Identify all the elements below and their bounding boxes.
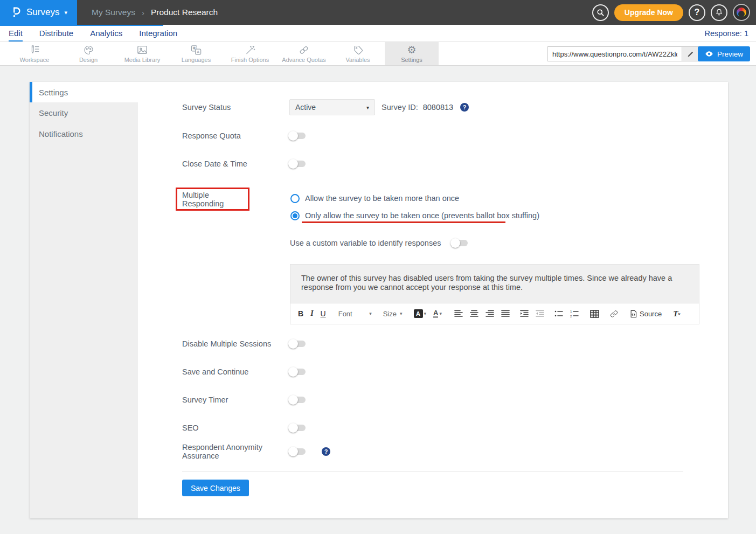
survey-id-value: 8080813 xyxy=(423,103,453,112)
radio-only-once[interactable] xyxy=(290,211,300,220)
tab-distribute[interactable]: Distribute xyxy=(39,25,73,41)
close-date-row: Close Date & Time xyxy=(182,159,306,169)
disabled-message-editor: The owner of this survey has disabled us… xyxy=(290,264,699,324)
avatar[interactable] xyxy=(733,4,750,21)
translate-icon: ✱A xyxy=(190,44,202,56)
custom-variable-row: Use a custom variable to identify respon… xyxy=(290,238,468,248)
tool-languages[interactable]: ✱A Languages xyxy=(169,42,223,65)
source-button[interactable]: Source xyxy=(630,310,662,318)
tool-media-library[interactable]: Media Library xyxy=(115,42,169,65)
svg-text:1: 1 xyxy=(570,310,572,313)
size-dropdown[interactable]: Size▾ xyxy=(383,310,403,318)
response-quota-toggle[interactable] xyxy=(289,133,306,139)
svg-text:A: A xyxy=(197,49,200,54)
close-date-toggle[interactable] xyxy=(289,161,306,167)
align-justify-icon[interactable] xyxy=(501,310,510,317)
bullet-list-icon[interactable] xyxy=(554,310,563,317)
tab-edit[interactable]: Edit xyxy=(9,25,23,41)
sidebar-item-settings[interactable]: Settings xyxy=(30,82,138,102)
survey-nav: Edit Distribute Analytics Integration Re… xyxy=(0,25,756,42)
eye-icon xyxy=(705,51,713,57)
respondent-anonymity-help-icon[interactable]: ? xyxy=(322,447,330,456)
magic-wand-icon xyxy=(245,44,256,56)
respondent-anonymity-toggle[interactable] xyxy=(289,448,306,455)
image-icon xyxy=(136,44,148,56)
breadcrumb: My Surveys › Product Research xyxy=(92,8,218,17)
response-quota-label: Response Quota xyxy=(182,131,289,140)
response-quota-row: Response Quota xyxy=(182,131,306,141)
indent-increase-icon[interactable] xyxy=(520,310,529,317)
tool-settings[interactable]: ⚙ Settings xyxy=(385,42,439,65)
palette-icon xyxy=(83,44,94,56)
seo-toggle[interactable] xyxy=(289,425,306,431)
upgrade-now-button[interactable]: Upgrade Now xyxy=(614,4,683,21)
avatar-logo-icon xyxy=(737,8,746,17)
numbered-list-icon[interactable]: 12 xyxy=(570,310,579,317)
disable-multiple-sessions-toggle[interactable] xyxy=(289,341,306,347)
multiple-responding-label: Multiple Responding xyxy=(182,191,248,208)
bell-icon xyxy=(715,8,723,17)
tool-workspace[interactable]: Workspace xyxy=(8,42,61,65)
pencil-icon xyxy=(687,51,694,58)
align-center-icon[interactable] xyxy=(470,310,478,317)
align-right-icon[interactable] xyxy=(485,310,494,317)
remove-format-button[interactable]: Tx xyxy=(673,309,681,318)
survey-status-help-icon[interactable]: ? xyxy=(460,103,469,112)
link-icon[interactable] xyxy=(609,310,619,318)
breadcrumb-my-surveys[interactable]: My Surveys xyxy=(92,8,135,17)
breadcrumb-survey-name: Product Research xyxy=(151,8,218,17)
settings-sidebar: Settings Security Notifications xyxy=(30,82,138,518)
header-actions: Upgrade Now ? xyxy=(592,4,756,21)
tool-variables[interactable]: Variables xyxy=(331,42,385,65)
survey-timer-toggle[interactable] xyxy=(289,397,306,403)
respondent-anonymity-row: Respondent Anonymity Assurance ? xyxy=(182,447,330,456)
search-button[interactable] xyxy=(592,4,609,21)
svg-text:2: 2 xyxy=(570,315,572,318)
italic-button[interactable]: I xyxy=(310,309,313,318)
product-label: Surveys xyxy=(26,7,59,18)
disabled-message-text[interactable]: The owner of this survey has disabled us… xyxy=(290,265,699,303)
tool-design[interactable]: Design xyxy=(61,42,115,65)
underline-button[interactable]: U xyxy=(321,309,326,318)
edit-url-button[interactable] xyxy=(682,47,699,61)
tab-integration[interactable]: Integration xyxy=(139,25,177,41)
settings-panel: Settings Security Notifications Survey S… xyxy=(30,82,728,518)
tab-analytics[interactable]: Analytics xyxy=(90,25,122,41)
tool-finish-options[interactable]: Finish Options xyxy=(223,42,277,65)
survey-url-group xyxy=(547,46,699,61)
gear-icon: ⚙ xyxy=(407,44,416,56)
custom-variable-label: Use a custom variable to identify respon… xyxy=(290,239,441,247)
background-color-button[interactable]: A▾ xyxy=(414,309,427,318)
help-button[interactable]: ? xyxy=(689,4,705,21)
notifications-button[interactable] xyxy=(711,4,727,21)
annotation-underline xyxy=(302,221,505,223)
search-icon xyxy=(597,9,605,17)
tool-advance-quotas[interactable]: Advance Quotas xyxy=(277,42,331,65)
text-color-button[interactable]: A▾ xyxy=(433,309,442,318)
survey-status-label: Survey Status xyxy=(182,103,289,112)
footer-divider xyxy=(182,471,683,471)
survey-nav-tabs: Edit Distribute Analytics Integration xyxy=(9,25,177,41)
surveys-product-menu[interactable]: Surveys ▾ xyxy=(0,0,77,25)
sidebar-section: Security Notifications xyxy=(30,102,138,518)
radio-allow-multiple[interactable] xyxy=(290,194,300,203)
annotation-box-multiple-responding: Multiple Responding xyxy=(176,188,249,211)
survey-url-input[interactable] xyxy=(548,47,682,61)
font-dropdown[interactable]: Font▾ xyxy=(338,310,372,318)
settings-content: Survey Status Active ▾ Survey ID: 808081… xyxy=(138,82,728,518)
save-changes-button[interactable]: Save Changes xyxy=(182,480,249,496)
custom-variable-toggle[interactable] xyxy=(452,240,468,246)
save-and-continue-toggle[interactable] xyxy=(289,369,306,375)
response-count[interactable]: Response: 1 xyxy=(705,29,748,38)
breadcrumb-separator-icon: › xyxy=(142,8,144,17)
disable-multiple-sessions-row: Disable Multiple Sessions xyxy=(182,339,306,349)
bold-button[interactable]: B xyxy=(298,309,303,318)
sidebar-item-notifications[interactable]: Notifications xyxy=(30,123,138,144)
table-icon[interactable] xyxy=(590,310,599,318)
sidebar-item-security[interactable]: Security xyxy=(30,102,138,123)
align-left-icon[interactable] xyxy=(454,310,463,317)
preview-button[interactable]: Preview xyxy=(698,46,750,61)
header-active-indicator xyxy=(0,25,163,26)
survey-status-select[interactable]: Active ▾ xyxy=(289,99,375,115)
indent-decrease-icon[interactable] xyxy=(536,310,544,317)
